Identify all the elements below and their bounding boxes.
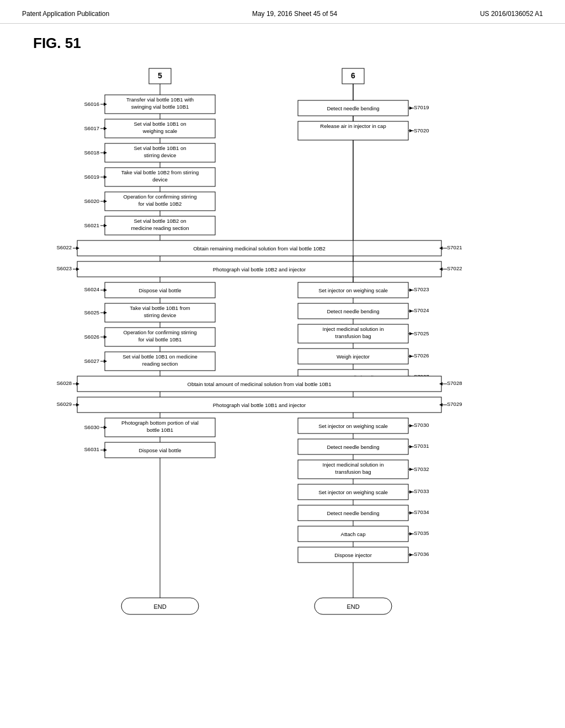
svg-text:S6026: S6026: [84, 334, 99, 340]
svg-text:reading section: reading section: [142, 361, 178, 367]
svg-text:S7024: S7024: [414, 307, 429, 313]
svg-text:device: device: [152, 176, 167, 183]
svg-text:S6016: S6016: [84, 101, 99, 107]
svg-text:Detect needle bending: Detect needle bending: [327, 510, 379, 516]
svg-text:S6017: S6017: [84, 125, 99, 131]
svg-text:S6031: S6031: [84, 446, 99, 452]
svg-text:S7030: S7030: [414, 422, 429, 428]
svg-marker-216: [409, 129, 413, 132]
svg-text:S7031: S7031: [414, 443, 429, 449]
svg-text:Detect needle bending: Detect needle bending: [327, 308, 379, 314]
svg-text:Detect needle bending: Detect needle bending: [327, 444, 379, 450]
svg-marker-153: [409, 424, 413, 427]
header-left: Patent Application Publication: [22, 10, 109, 18]
page-header: Patent Application Publication May 19, 2…: [0, 0, 565, 24]
svg-text:END: END: [153, 603, 166, 610]
svg-text:Obtain remaining medicinal sol: Obtain remaining medicinal solution from…: [193, 245, 326, 251]
svg-marker-196: [409, 553, 413, 556]
col1-header: 5: [158, 71, 162, 80]
svg-text:Release air in injector in cap: Release air in injector in cap: [320, 123, 386, 129]
svg-text:Inject medicinal solution in: Inject medicinal solution in: [323, 326, 384, 332]
svg-text:Set vial bottle 10B1 on medici: Set vial bottle 10B1 on medicine: [122, 354, 198, 360]
svg-marker-184: [409, 511, 413, 515]
svg-text:S7026: S7026: [414, 352, 429, 358]
svg-text:Set injector on weighing scale: Set injector on weighing scale: [318, 423, 388, 429]
svg-text:Set vial bottle 10B2 on: Set vial bottle 10B2 on: [134, 218, 186, 224]
svg-text:S6027: S6027: [84, 358, 99, 364]
svg-text:Take vial bottle 10B1 from: Take vial bottle 10B1 from: [130, 305, 190, 311]
svg-text:Operation for confirming stirr: Operation for confirming stirring: [123, 329, 196, 335]
svg-text:Inject medicinal solution in: Inject medicinal solution in: [323, 462, 384, 468]
svg-text:S6024: S6024: [84, 286, 99, 292]
svg-text:S7032: S7032: [414, 466, 429, 472]
svg-text:S7021: S7021: [447, 244, 462, 250]
svg-text:Attach cap: Attach cap: [341, 531, 366, 537]
flow-diagram: 5 6 Transfer vial bottle 10B1 with swing…: [22, 63, 519, 697]
svg-marker-190: [409, 532, 413, 536]
header-right: US 2016/0136052 A1: [480, 10, 543, 18]
svg-text:swinging vial bottle 10B1: swinging vial bottle 10B1: [131, 104, 189, 110]
svg-text:S7023: S7023: [414, 286, 429, 292]
svg-text:S6018: S6018: [84, 149, 99, 156]
svg-text:Take vial bottle 10B2 from sti: Take vial bottle 10B2 from stirring: [121, 169, 199, 175]
svg-text:Photograph bottom portion of v: Photograph bottom portion of vial: [121, 420, 199, 426]
svg-text:S7033: S7033: [414, 488, 429, 494]
svg-text:weighing scale: weighing scale: [142, 128, 177, 134]
svg-text:S7036: S7036: [414, 551, 429, 557]
svg-text:S6023: S6023: [57, 265, 72, 271]
svg-marker-178: [409, 490, 413, 494]
svg-text:S6029: S6029: [57, 401, 72, 407]
col2-header: 6: [351, 71, 355, 80]
svg-marker-87: [409, 309, 413, 313]
svg-text:Photograph vial bottle 10B1 an: Photograph vial bottle 10B1 and injector: [213, 402, 306, 408]
svg-text:S7035: S7035: [414, 530, 429, 536]
svg-text:S6020: S6020: [84, 198, 99, 204]
svg-text:END: END: [347, 603, 359, 610]
svg-text:stirring device: stirring device: [144, 152, 177, 158]
svg-text:transfusion bag: transfusion bag: [335, 333, 371, 339]
svg-marker-210: [409, 106, 413, 110]
svg-marker-114: [409, 355, 413, 358]
svg-text:Set injector on weighing scale: Set injector on weighing scale: [318, 489, 388, 495]
diagram-area: 5 6 Transfer vial bottle 10B1 with swing…: [0, 57, 565, 710]
svg-text:Detect needle bending: Detect needle bending: [327, 105, 379, 111]
svg-text:Operation for confirming stirr: Operation for confirming stirring: [123, 194, 196, 200]
svg-text:Weigh injector: Weigh injector: [337, 354, 370, 360]
fig-title: FIG. 51: [33, 35, 565, 52]
svg-text:S7020: S7020: [414, 127, 429, 133]
svg-text:S7034: S7034: [414, 509, 429, 515]
svg-text:Dispose vial bottle: Dispose vial bottle: [138, 447, 181, 453]
svg-text:S7019: S7019: [414, 104, 429, 110]
svg-text:Obtain total amount of medicin: Obtain total amount of medicinal solutio…: [188, 381, 332, 387]
svg-text:S7028: S7028: [447, 380, 462, 386]
svg-text:S6030: S6030: [84, 424, 99, 430]
svg-marker-74: [409, 288, 413, 292]
header-center: May 19, 2016 Sheet 45 of 54: [252, 10, 337, 18]
svg-text:Set vial bottle 10B1 on: Set vial bottle 10B1 on: [134, 121, 186, 127]
svg-text:S6019: S6019: [84, 174, 99, 180]
svg-text:bottle 10B1: bottle 10B1: [147, 427, 173, 433]
svg-marker-172: [409, 468, 413, 471]
svg-text:S7025: S7025: [414, 330, 429, 336]
svg-text:Set vial bottle 10B1 on: Set vial bottle 10B1 on: [134, 145, 186, 151]
svg-text:medicine reading section: medicine reading section: [131, 225, 189, 231]
svg-text:S6025: S6025: [84, 309, 99, 315]
svg-text:Photograph vial bottle 10B2 an: Photograph vial bottle 10B2 and injector: [213, 266, 306, 272]
svg-text:S7029: S7029: [447, 401, 462, 407]
svg-text:stirring device: stirring device: [144, 312, 177, 318]
svg-text:S6021: S6021: [84, 222, 99, 228]
svg-marker-101: [409, 332, 413, 335]
svg-text:S6028: S6028: [57, 380, 72, 386]
svg-text:for vial bottle 10B1: for vial bottle 10B1: [138, 336, 182, 342]
svg-text:S6022: S6022: [57, 244, 72, 250]
svg-text:S7022: S7022: [447, 265, 462, 271]
svg-text:Transfer vial bottle 10B1 with: Transfer vial bottle 10B1 with: [126, 97, 194, 103]
svg-text:transfusion bag: transfusion bag: [335, 469, 371, 475]
svg-text:Set injector on weighing scale: Set injector on weighing scale: [318, 287, 388, 293]
svg-marker-165: [409, 445, 413, 448]
svg-text:Dispose injector: Dispose injector: [334, 552, 372, 558]
svg-text:Dispose vial bottle: Dispose vial bottle: [138, 287, 181, 293]
svg-text:for vial bottle 10B2: for vial bottle 10B2: [138, 201, 182, 207]
